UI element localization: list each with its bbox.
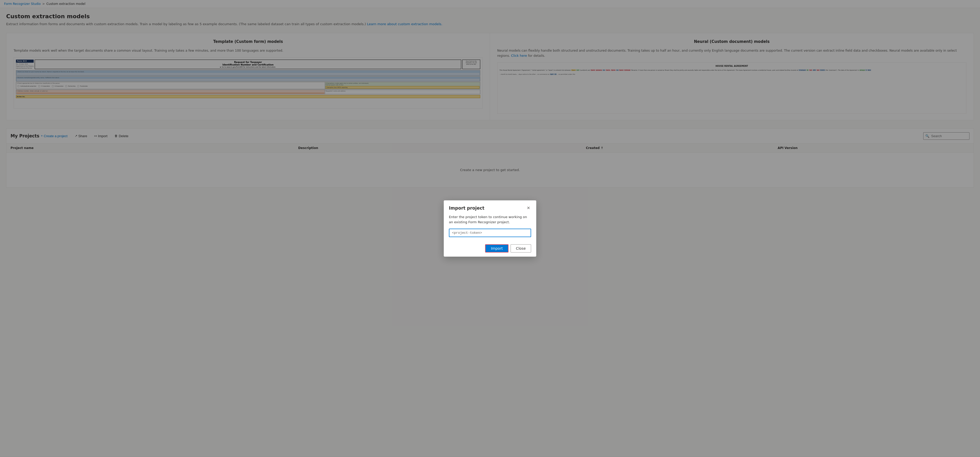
modal-description: Enter the project token to continue work… bbox=[449, 214, 531, 225]
modal-body: Enter the project token to continue work… bbox=[444, 214, 536, 241]
modal-title: Import project bbox=[449, 206, 484, 211]
modal-close-button[interactable]: Close bbox=[511, 244, 531, 252]
project-token-input[interactable] bbox=[449, 228, 531, 237]
modal-close-x-button[interactable]: ✕ bbox=[526, 205, 531, 211]
modal-header: Import project ✕ bbox=[444, 200, 536, 214]
import-project-modal: Import project ✕ Enter the project token… bbox=[444, 200, 536, 257]
modal-overlay[interactable]: Import project ✕ Enter the project token… bbox=[0, 0, 980, 457]
import-confirm-button[interactable]: Import bbox=[485, 244, 508, 252]
modal-footer: Import Close bbox=[444, 241, 536, 257]
